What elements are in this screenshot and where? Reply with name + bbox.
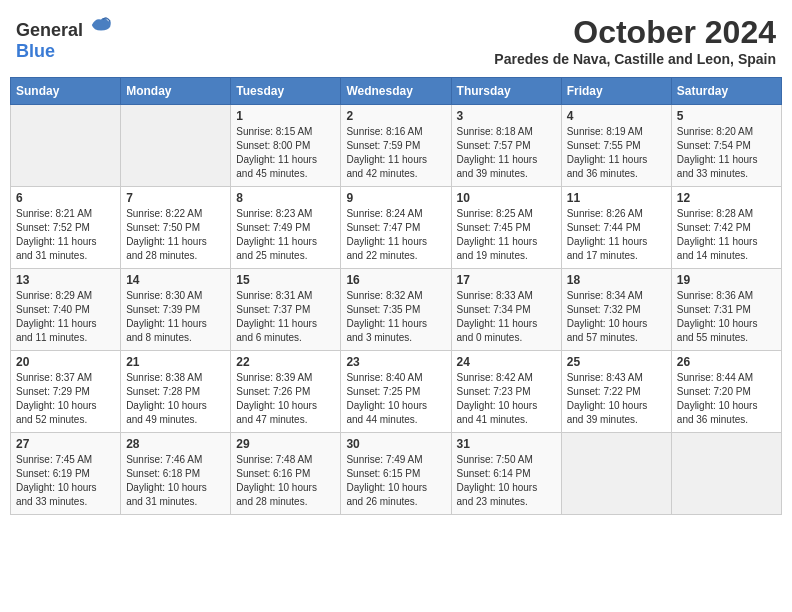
calendar-cell: 15Sunrise: 8:31 AM Sunset: 7:37 PM Dayli… (231, 269, 341, 351)
day-detail: Sunrise: 8:22 AM Sunset: 7:50 PM Dayligh… (126, 207, 225, 263)
day-number: 1 (236, 109, 335, 123)
calendar-cell: 26Sunrise: 8:44 AM Sunset: 7:20 PM Dayli… (671, 351, 781, 433)
day-number: 15 (236, 273, 335, 287)
calendar-cell: 16Sunrise: 8:32 AM Sunset: 7:35 PM Dayli… (341, 269, 451, 351)
day-detail: Sunrise: 8:36 AM Sunset: 7:31 PM Dayligh… (677, 289, 776, 345)
calendar-cell: 5Sunrise: 8:20 AM Sunset: 7:54 PM Daylig… (671, 105, 781, 187)
logo: General Blue (16, 14, 112, 62)
day-number: 8 (236, 191, 335, 205)
day-number: 19 (677, 273, 776, 287)
day-detail: Sunrise: 8:20 AM Sunset: 7:54 PM Dayligh… (677, 125, 776, 181)
column-header-saturday: Saturday (671, 78, 781, 105)
calendar-cell: 1Sunrise: 8:15 AM Sunset: 8:00 PM Daylig… (231, 105, 341, 187)
calendar-cell: 8Sunrise: 8:23 AM Sunset: 7:49 PM Daylig… (231, 187, 341, 269)
calendar-cell: 28Sunrise: 7:46 AM Sunset: 6:18 PM Dayli… (121, 433, 231, 515)
location: Paredes de Nava, Castille and Leon, Spai… (494, 51, 776, 67)
day-number: 10 (457, 191, 556, 205)
day-number: 12 (677, 191, 776, 205)
day-detail: Sunrise: 8:37 AM Sunset: 7:29 PM Dayligh… (16, 371, 115, 427)
calendar-cell: 29Sunrise: 7:48 AM Sunset: 6:16 PM Dayli… (231, 433, 341, 515)
day-number: 13 (16, 273, 115, 287)
calendar-cell: 14Sunrise: 8:30 AM Sunset: 7:39 PM Dayli… (121, 269, 231, 351)
page-header: General Blue October 2024 Paredes de Nav… (10, 10, 782, 71)
calendar-cell: 6Sunrise: 8:21 AM Sunset: 7:52 PM Daylig… (11, 187, 121, 269)
day-detail: Sunrise: 8:43 AM Sunset: 7:22 PM Dayligh… (567, 371, 666, 427)
day-detail: Sunrise: 8:42 AM Sunset: 7:23 PM Dayligh… (457, 371, 556, 427)
day-detail: Sunrise: 8:19 AM Sunset: 7:55 PM Dayligh… (567, 125, 666, 181)
calendar-week-1: 1Sunrise: 8:15 AM Sunset: 8:00 PM Daylig… (11, 105, 782, 187)
column-header-monday: Monday (121, 78, 231, 105)
day-number: 11 (567, 191, 666, 205)
day-number: 9 (346, 191, 445, 205)
day-detail: Sunrise: 8:15 AM Sunset: 8:00 PM Dayligh… (236, 125, 335, 181)
calendar-cell: 18Sunrise: 8:34 AM Sunset: 7:32 PM Dayli… (561, 269, 671, 351)
day-number: 31 (457, 437, 556, 451)
day-number: 26 (677, 355, 776, 369)
day-detail: Sunrise: 8:44 AM Sunset: 7:20 PM Dayligh… (677, 371, 776, 427)
day-detail: Sunrise: 7:48 AM Sunset: 6:16 PM Dayligh… (236, 453, 335, 509)
calendar-cell: 13Sunrise: 8:29 AM Sunset: 7:40 PM Dayli… (11, 269, 121, 351)
column-header-friday: Friday (561, 78, 671, 105)
calendar-cell: 24Sunrise: 8:42 AM Sunset: 7:23 PM Dayli… (451, 351, 561, 433)
calendar-cell (671, 433, 781, 515)
calendar-cell (11, 105, 121, 187)
calendar-cell (121, 105, 231, 187)
day-detail: Sunrise: 7:45 AM Sunset: 6:19 PM Dayligh… (16, 453, 115, 509)
calendar-cell: 19Sunrise: 8:36 AM Sunset: 7:31 PM Dayli… (671, 269, 781, 351)
day-detail: Sunrise: 8:39 AM Sunset: 7:26 PM Dayligh… (236, 371, 335, 427)
day-number: 7 (126, 191, 225, 205)
day-number: 30 (346, 437, 445, 451)
month-title: October 2024 (494, 14, 776, 51)
calendar-cell: 23Sunrise: 8:40 AM Sunset: 7:25 PM Dayli… (341, 351, 451, 433)
calendar-cell: 4Sunrise: 8:19 AM Sunset: 7:55 PM Daylig… (561, 105, 671, 187)
calendar-cell: 9Sunrise: 8:24 AM Sunset: 7:47 PM Daylig… (341, 187, 451, 269)
day-number: 3 (457, 109, 556, 123)
day-detail: Sunrise: 8:34 AM Sunset: 7:32 PM Dayligh… (567, 289, 666, 345)
day-detail: Sunrise: 7:49 AM Sunset: 6:15 PM Dayligh… (346, 453, 445, 509)
day-number: 18 (567, 273, 666, 287)
logo-icon (90, 14, 112, 36)
calendar-table: SundayMondayTuesdayWednesdayThursdayFrid… (10, 77, 782, 515)
day-detail: Sunrise: 8:38 AM Sunset: 7:28 PM Dayligh… (126, 371, 225, 427)
day-detail: Sunrise: 8:21 AM Sunset: 7:52 PM Dayligh… (16, 207, 115, 263)
logo-blue: Blue (16, 41, 55, 61)
calendar-cell: 25Sunrise: 8:43 AM Sunset: 7:22 PM Dayli… (561, 351, 671, 433)
calendar-cell: 7Sunrise: 8:22 AM Sunset: 7:50 PM Daylig… (121, 187, 231, 269)
day-number: 6 (16, 191, 115, 205)
day-detail: Sunrise: 8:26 AM Sunset: 7:44 PM Dayligh… (567, 207, 666, 263)
calendar-cell: 31Sunrise: 7:50 AM Sunset: 6:14 PM Dayli… (451, 433, 561, 515)
calendar-cell: 11Sunrise: 8:26 AM Sunset: 7:44 PM Dayli… (561, 187, 671, 269)
day-number: 20 (16, 355, 115, 369)
day-detail: Sunrise: 8:32 AM Sunset: 7:35 PM Dayligh… (346, 289, 445, 345)
day-detail: Sunrise: 8:40 AM Sunset: 7:25 PM Dayligh… (346, 371, 445, 427)
day-detail: Sunrise: 7:46 AM Sunset: 6:18 PM Dayligh… (126, 453, 225, 509)
calendar-cell: 30Sunrise: 7:49 AM Sunset: 6:15 PM Dayli… (341, 433, 451, 515)
day-number: 22 (236, 355, 335, 369)
day-number: 14 (126, 273, 225, 287)
calendar-cell: 10Sunrise: 8:25 AM Sunset: 7:45 PM Dayli… (451, 187, 561, 269)
column-header-tuesday: Tuesday (231, 78, 341, 105)
day-detail: Sunrise: 8:30 AM Sunset: 7:39 PM Dayligh… (126, 289, 225, 345)
column-header-wednesday: Wednesday (341, 78, 451, 105)
day-number: 29 (236, 437, 335, 451)
calendar-cell: 27Sunrise: 7:45 AM Sunset: 6:19 PM Dayli… (11, 433, 121, 515)
logo-general: General (16, 20, 83, 40)
calendar-week-5: 27Sunrise: 7:45 AM Sunset: 6:19 PM Dayli… (11, 433, 782, 515)
calendar-week-4: 20Sunrise: 8:37 AM Sunset: 7:29 PM Dayli… (11, 351, 782, 433)
calendar-cell: 20Sunrise: 8:37 AM Sunset: 7:29 PM Dayli… (11, 351, 121, 433)
day-number: 27 (16, 437, 115, 451)
day-detail: Sunrise: 8:29 AM Sunset: 7:40 PM Dayligh… (16, 289, 115, 345)
day-detail: Sunrise: 8:28 AM Sunset: 7:42 PM Dayligh… (677, 207, 776, 263)
day-detail: Sunrise: 8:31 AM Sunset: 7:37 PM Dayligh… (236, 289, 335, 345)
day-number: 24 (457, 355, 556, 369)
calendar-cell: 22Sunrise: 8:39 AM Sunset: 7:26 PM Dayli… (231, 351, 341, 433)
calendar-week-2: 6Sunrise: 8:21 AM Sunset: 7:52 PM Daylig… (11, 187, 782, 269)
day-detail: Sunrise: 8:24 AM Sunset: 7:47 PM Dayligh… (346, 207, 445, 263)
column-header-thursday: Thursday (451, 78, 561, 105)
day-detail: Sunrise: 8:25 AM Sunset: 7:45 PM Dayligh… (457, 207, 556, 263)
day-number: 2 (346, 109, 445, 123)
day-detail: Sunrise: 8:16 AM Sunset: 7:59 PM Dayligh… (346, 125, 445, 181)
day-number: 5 (677, 109, 776, 123)
calendar-cell (561, 433, 671, 515)
day-number: 23 (346, 355, 445, 369)
